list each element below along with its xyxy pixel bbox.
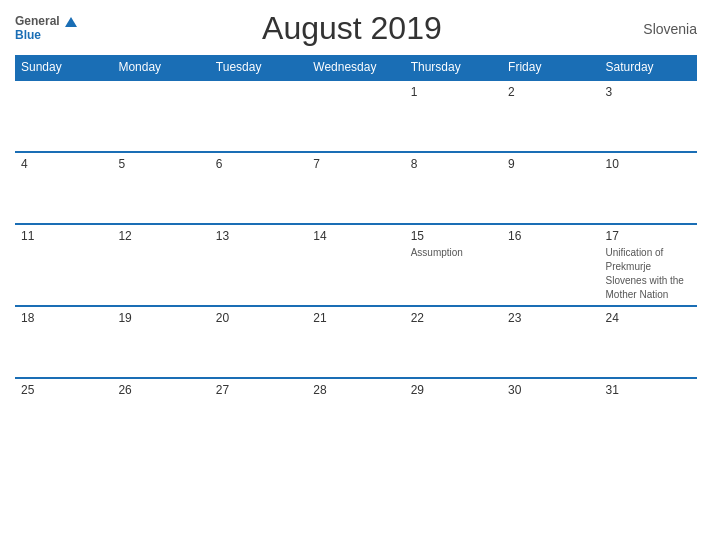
day-number: 30 — [508, 383, 593, 397]
day-number: 23 — [508, 311, 593, 325]
table-row — [112, 80, 209, 152]
day-number: 27 — [216, 383, 301, 397]
day-number: 13 — [216, 229, 301, 243]
day-number: 10 — [606, 157, 691, 171]
table-row: 29 — [405, 378, 502, 450]
table-row: 19 — [112, 306, 209, 378]
table-row: 16 — [502, 224, 599, 306]
calendar-week-row: 1112131415Assumption1617Unification of P… — [15, 224, 697, 306]
day-number: 16 — [508, 229, 593, 243]
day-number: 28 — [313, 383, 398, 397]
day-number: 31 — [606, 383, 691, 397]
country-label: Slovenia — [627, 21, 697, 37]
day-number: 9 — [508, 157, 593, 171]
col-monday: Monday — [112, 55, 209, 80]
calendar-week-row: 123 — [15, 80, 697, 152]
weekday-header-row: Sunday Monday Tuesday Wednesday Thursday… — [15, 55, 697, 80]
table-row — [210, 80, 307, 152]
day-number: 26 — [118, 383, 203, 397]
table-row: 12 — [112, 224, 209, 306]
day-number: 6 — [216, 157, 301, 171]
table-row: 28 — [307, 378, 404, 450]
table-row: 18 — [15, 306, 112, 378]
logo-triangle-icon — [65, 17, 77, 27]
table-row: 21 — [307, 306, 404, 378]
day-number: 3 — [606, 85, 691, 99]
table-row: 7 — [307, 152, 404, 224]
col-thursday: Thursday — [405, 55, 502, 80]
col-wednesday: Wednesday — [307, 55, 404, 80]
table-row: 11 — [15, 224, 112, 306]
event-label: Unification of Prekmurje Slovenes with t… — [606, 247, 684, 300]
day-number: 12 — [118, 229, 203, 243]
day-number: 20 — [216, 311, 301, 325]
table-row: 5 — [112, 152, 209, 224]
table-row — [15, 80, 112, 152]
table-row: 9 — [502, 152, 599, 224]
calendar-week-row: 25262728293031 — [15, 378, 697, 450]
calendar-title: August 2019 — [77, 10, 627, 47]
event-label: Assumption — [411, 247, 463, 258]
table-row: 14 — [307, 224, 404, 306]
table-row: 22 — [405, 306, 502, 378]
day-number: 19 — [118, 311, 203, 325]
calendar-table: Sunday Monday Tuesday Wednesday Thursday… — [15, 55, 697, 450]
table-row: 20 — [210, 306, 307, 378]
table-row: 10 — [600, 152, 697, 224]
table-row: 15Assumption — [405, 224, 502, 306]
day-number: 5 — [118, 157, 203, 171]
table-row: 25 — [15, 378, 112, 450]
day-number: 17 — [606, 229, 691, 243]
day-number: 1 — [411, 85, 496, 99]
day-number: 2 — [508, 85, 593, 99]
day-number: 29 — [411, 383, 496, 397]
table-row: 1 — [405, 80, 502, 152]
table-row: 30 — [502, 378, 599, 450]
logo: General Blue — [15, 15, 77, 41]
logo-blue-text: Blue — [15, 29, 77, 42]
day-number: 18 — [21, 311, 106, 325]
day-number: 22 — [411, 311, 496, 325]
day-number: 25 — [21, 383, 106, 397]
day-number: 24 — [606, 311, 691, 325]
header: General Blue August 2019 Slovenia — [15, 10, 697, 47]
day-number: 11 — [21, 229, 106, 243]
day-number: 7 — [313, 157, 398, 171]
day-number: 4 — [21, 157, 106, 171]
table-row: 13 — [210, 224, 307, 306]
col-sunday: Sunday — [15, 55, 112, 80]
day-number: 15 — [411, 229, 496, 243]
table-row: 23 — [502, 306, 599, 378]
logo-general-text: General — [15, 14, 60, 28]
table-row: 24 — [600, 306, 697, 378]
page: General Blue August 2019 Slovenia Sunday… — [0, 0, 712, 550]
col-tuesday: Tuesday — [210, 55, 307, 80]
table-row: 2 — [502, 80, 599, 152]
calendar-week-row: 18192021222324 — [15, 306, 697, 378]
table-row: 26 — [112, 378, 209, 450]
table-row: 31 — [600, 378, 697, 450]
table-row: 17Unification of Prekmurje Slovenes with… — [600, 224, 697, 306]
calendar-week-row: 45678910 — [15, 152, 697, 224]
table-row: 4 — [15, 152, 112, 224]
col-saturday: Saturday — [600, 55, 697, 80]
day-number: 21 — [313, 311, 398, 325]
day-number: 14 — [313, 229, 398, 243]
col-friday: Friday — [502, 55, 599, 80]
table-row: 3 — [600, 80, 697, 152]
table-row — [307, 80, 404, 152]
table-row: 8 — [405, 152, 502, 224]
table-row: 6 — [210, 152, 307, 224]
day-number: 8 — [411, 157, 496, 171]
table-row: 27 — [210, 378, 307, 450]
